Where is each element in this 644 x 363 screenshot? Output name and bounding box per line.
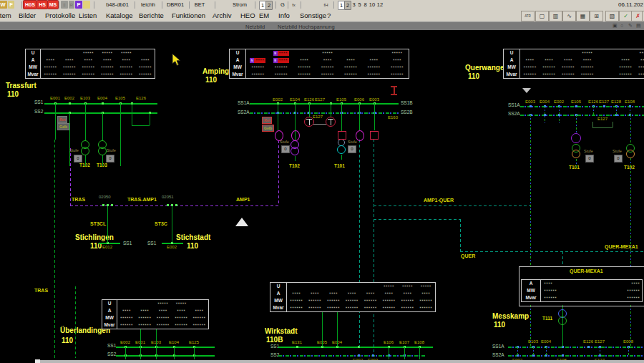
menu-item-heo[interactable]: HEO: [240, 11, 255, 19]
menu-item-em[interactable]: EM: [259, 11, 269, 19]
toolbar-button-3[interactable]: 3: [351, 1, 356, 9]
busbar[interactable]: [278, 347, 433, 348]
tab-netzbild-hochspannung[interactable]: Netzbild Hochspannung: [278, 24, 335, 30]
breaker-square[interactable]: [338, 131, 346, 140]
toolbar-button-≡[interactable]: ≡: [61, 1, 68, 9]
rot-button[interactable]: Rot: [57, 116, 67, 123]
toolbar-button-12[interactable]: 12: [376, 1, 384, 9]
table-row: MW************************************: [504, 64, 644, 71]
menu-item-system[interactable]: System: [0, 11, 11, 19]
menu-item-berichte[interactable]: Berichte: [139, 11, 164, 19]
toolbar-button-b48-db01[interactable]: b48-db01: [102, 1, 132, 9]
busbar[interactable]: [508, 347, 644, 348]
toolbar-button-2[interactable]: 2: [344, 1, 351, 10]
power-line: [374, 219, 460, 220]
busbar[interactable]: [520, 106, 644, 107]
menu-item-bilder[interactable]: Bilder: [19, 11, 36, 19]
table-row: MW************************************: [26, 64, 155, 71]
menu-item-info[interactable]: Info: [278, 11, 290, 19]
line-tap-node: [171, 204, 173, 206]
toolbar-button-8[interactable]: 8: [363, 1, 368, 9]
breaker-circle[interactable]: [326, 117, 336, 127]
measurement-value: ******: [117, 64, 136, 71]
transformer-circle[interactable]: [558, 316, 567, 325]
page-down-arrow[interactable]: [522, 88, 531, 93]
tap-position-box[interactable]: 0: [106, 155, 114, 163]
line-name-label: ST3C: [155, 221, 167, 226]
busbar-node: [296, 346, 298, 348]
toolbar-button-strom[interactable]: Strom: [229, 1, 250, 9]
page-up-arrow[interactable]: [235, 218, 248, 226]
toolbar-button-dbr01[interactable]: DBR01: [164, 1, 187, 9]
gelb-button[interactable]: Gelb: [57, 123, 69, 130]
atr-report-icon[interactable]: ATR: [521, 11, 535, 21]
toolbar-button-p[interactable]: P: [75, 1, 82, 9]
toolbar-button-r[interactable]: R: [69, 1, 74, 9]
toolbar-button-2[interactable]: 2: [265, 1, 273, 10]
gelb-button[interactable]: Gelb: [262, 125, 274, 132]
bay-label: E128: [611, 100, 621, 104]
search-pages-icon[interactable]: ▧: [605, 11, 619, 21]
toolbar-button-bet[interactable]: BET: [192, 1, 208, 9]
toolbar-button-f[interactable]: F: [8, 1, 14, 9]
busbar[interactable]: [250, 112, 399, 114]
toolbar-button-g[interactable]: G: [279, 1, 286, 9]
toolbar-button-teichh[interactable]: teichh: [137, 1, 159, 9]
power-line: [576, 115, 577, 132]
busbar[interactable]: [44, 112, 157, 114]
tap-position-box[interactable]: 0: [614, 155, 623, 163]
copy-pages-icon[interactable]: ⊞: [590, 11, 603, 21]
toolbar-button-hs[interactable]: HS: [37, 1, 47, 9]
busbar[interactable]: [116, 355, 215, 357]
toolbar-button-hös[interactable]: HöS: [24, 1, 36, 9]
printer-icon[interactable]: ▥: [549, 11, 562, 21]
breaker-square[interactable]: [370, 131, 379, 140]
toolbar-button-fh[interactable]: fH: [322, 1, 330, 9]
toolbar-button-w[interactable]: W: [0, 1, 7, 9]
tap-position-box[interactable]: 0: [585, 155, 594, 163]
window-icon[interactable]: ▢: [535, 11, 549, 21]
menu-item-funktionen[interactable]: Funktionen: [172, 11, 205, 19]
breaker-circle[interactable]: [304, 117, 314, 127]
busbar[interactable]: [520, 115, 644, 116]
bay-label: E104: [169, 340, 179, 344]
transformer-circle[interactable]: [291, 147, 299, 155]
tap-position-box[interactable]: 0: [281, 145, 290, 153]
trend-curve-icon[interactable]: ∿: [562, 11, 576, 21]
toolbar-button-10[interactable]: 10: [369, 1, 376, 9]
edit-tool-icon[interactable]: ✎: [628, 23, 633, 29]
transformer-circle[interactable]: [572, 150, 580, 158]
h-scrollbar-thumb[interactable]: [35, 359, 40, 363]
rot-button[interactable]: Rot: [262, 117, 272, 124]
menu-item-kataloge[interactable]: Kataloge: [106, 11, 133, 19]
tab-netzbild[interactable]: Netzbild: [245, 24, 265, 30]
h-scrollbar[interactable]: [39, 360, 644, 363]
menu-item-protokolle[interactable]: Protokolle: [45, 11, 75, 19]
transformer-circle[interactable]: [626, 150, 635, 158]
busbar[interactable]: [116, 347, 215, 348]
transformer-circle[interactable]: [337, 145, 346, 154]
menu-item-sonstige[interactable]: Sonstige: [300, 11, 326, 19]
toolbar-button-5[interactable]: 5: [357, 1, 362, 9]
measurement-value: ******: [79, 71, 98, 78]
table-icon[interactable]: ▦: [576, 11, 590, 21]
transformer-circle[interactable]: [571, 133, 581, 143]
bay-label: E003: [525, 100, 535, 104]
menu-item-archiv[interactable]: Archiv: [213, 11, 231, 19]
busbar[interactable]: [99, 243, 120, 244]
busbar[interactable]: [508, 355, 644, 357]
busbar[interactable]: [250, 103, 399, 105]
busbar[interactable]: [44, 103, 157, 105]
menu-item-help[interactable]: ?: [327, 11, 331, 19]
select-tool-icon[interactable]: ▣: [613, 23, 618, 29]
date-label: 06.11.202: [618, 1, 643, 8]
tap-position-box[interactable]: 0: [348, 145, 356, 153]
zoom-tool-icon[interactable]: ○: [620, 23, 623, 28]
toolbar-button-fx[interactable]: fx: [290, 1, 298, 9]
toolbar-button-ms[interactable]: MS: [48, 1, 58, 9]
layers-tool-icon[interactable]: ▤: [636, 23, 641, 29]
tap-position-box[interactable]: 0: [74, 155, 82, 163]
toolbar-button-blank[interactable]: [83, 1, 90, 9]
menu-item-listen[interactable]: Listen: [79, 11, 97, 19]
breaker-ellipse[interactable]: [291, 130, 300, 141]
